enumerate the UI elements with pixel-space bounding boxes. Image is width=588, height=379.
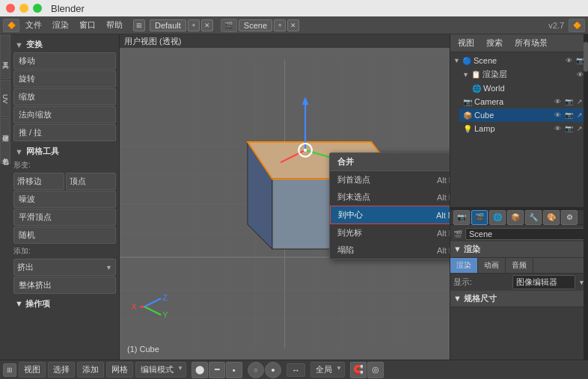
- menu-file[interactable]: 文件: [21, 18, 46, 32]
- viewport[interactable]: 用户视图 (透视): [120, 34, 450, 360]
- display-row: 显示: 图像编辑器 ▼: [450, 274, 588, 291]
- proportional-btn[interactable]: ◎: [367, 362, 384, 378]
- extrude-row: 挤出 ▼: [13, 259, 116, 276]
- tab-view[interactable]: 视图: [453, 36, 479, 50]
- outliner-renderlayer-item[interactable]: ▼ 📋 渲染层 👁: [459, 67, 588, 81]
- shape-label: 形变:: [13, 160, 31, 170]
- extrude-all-btn[interactable]: 整体挤出: [13, 277, 116, 294]
- render-section-header[interactable]: ▼ 渲染: [450, 241, 588, 258]
- ops-section-header[interactable]: ▼ 操作项: [10, 297, 119, 311]
- move-btn[interactable]: 移动: [13, 52, 116, 70]
- add-scene-btn[interactable]: +: [274, 19, 286, 31]
- merge-first-item[interactable]: 到首选点 Alt M: [330, 171, 450, 188]
- viewport-header: 用户视图 (透视): [120, 34, 450, 48]
- side-tab-tools[interactable]: 工具: [0, 34, 10, 79]
- scene-icon-label: 🎬: [453, 230, 462, 238]
- close-btn[interactable]: [6, 4, 15, 13]
- merge-last-item[interactable]: 到末选点 Alt M: [330, 188, 450, 206]
- menu-help[interactable]: 帮助: [102, 18, 127, 32]
- side-tab-create[interactable]: 创建: [0, 118, 10, 141]
- cube-visible-btn[interactable]: 👁: [552, 111, 563, 120]
- merge-cursor-item[interactable]: 到光标 Alt M: [330, 224, 450, 241]
- extrude-btn[interactable]: 挤出 ▼: [13, 259, 116, 276]
- viewport-canvas[interactable]: Z Y X (1) Cube 合并 到首选点 Alt M 到末选点 Alt: [120, 48, 450, 360]
- outliner-scene-item[interactable]: ▼ 🔵 Scene 👁 📷: [450, 54, 588, 67]
- snap-btn[interactable]: 🧲: [350, 362, 367, 378]
- merge-center-item[interactable]: 到中心 Alt M: [330, 206, 450, 224]
- props-icon-scene[interactable]: 🎬: [471, 210, 488, 225]
- smooth-vertex-btn[interactable]: 平滑顶点: [13, 209, 116, 226]
- props-icon-material[interactable]: 🎨: [543, 210, 560, 225]
- scene-name-value[interactable]: Scene: [465, 228, 585, 240]
- outliner-lamp-item[interactable]: 💡 Lamp 👁 📷 ↗: [459, 122, 588, 135]
- global-local-dropdown[interactable]: 全局 ▼: [310, 362, 345, 378]
- menu-window[interactable]: 窗口: [75, 18, 100, 32]
- minimize-btn[interactable]: [19, 4, 28, 13]
- props-icon-render[interactable]: 📷: [453, 210, 470, 225]
- rotate-btn[interactable]: 旋转: [13, 70, 116, 87]
- world-name: World: [483, 84, 585, 93]
- scene-selector[interactable]: Scene: [239, 19, 272, 31]
- edge-mode-btn[interactable]: ━: [209, 362, 225, 378]
- svg-text:Z: Z: [162, 292, 168, 301]
- bottom-add-btn[interactable]: 添加: [77, 362, 104, 378]
- merge-collapse-item[interactable]: 塌陷 Alt M: [330, 241, 450, 259]
- scene-icon: 🎬: [221, 19, 237, 32]
- noise-btn[interactable]: 噪波: [13, 191, 116, 208]
- workspace-selector[interactable]: Default: [150, 19, 186, 31]
- side-tab-uv[interactable]: UV: [0, 80, 10, 117]
- outliner-camera-item[interactable]: 📷 Camera 👁 📷 ↗: [459, 95, 588, 108]
- transform-section-header[interactable]: ▼ 变换: [10, 37, 119, 52]
- tab-audio[interactable]: 音频: [506, 258, 533, 273]
- side-tab-shading[interactable]: 着色: [0, 141, 10, 164]
- bottom-select-btn[interactable]: 选择: [48, 362, 75, 378]
- scene-name: Scene: [474, 56, 562, 65]
- outliner-cube-item[interactable]: 📦 Cube 👁 📷 ↗: [459, 108, 588, 122]
- props-icon-mesh[interactable]: 🔧: [525, 210, 542, 225]
- vertex-mode-btn[interactable]: ⬤: [192, 362, 208, 378]
- bottom-view-btn[interactable]: 视图: [19, 362, 46, 378]
- slide-edge-btn[interactable]: 滑移边: [13, 173, 64, 190]
- layout-icon[interactable]: ⊞: [133, 19, 145, 31]
- scale-btn[interactable]: 缩放: [13, 88, 116, 105]
- cube-render-btn[interactable]: 📷: [563, 111, 574, 120]
- camera-visible-btn[interactable]: 👁: [552, 97, 563, 106]
- render-tabs: 渲染 动画 音频: [450, 258, 588, 274]
- tab-search[interactable]: 搜索: [482, 36, 507, 50]
- random-btn[interactable]: 随机: [13, 227, 116, 244]
- merge-last-label: 到末选点: [337, 191, 370, 203]
- menu-render[interactable]: 渲染: [48, 18, 73, 32]
- outliner-world-item[interactable]: 🌐 World: [468, 81, 588, 95]
- add-workspace-btn[interactable]: +: [188, 19, 200, 31]
- lamp-visible-btn[interactable]: 👁: [552, 124, 563, 133]
- props-icon-particle[interactable]: ⚙: [561, 210, 578, 225]
- close-scene-btn[interactable]: ✕: [287, 19, 299, 31]
- lamp-render-btn[interactable]: 📷: [563, 124, 574, 133]
- vertex-btn[interactable]: 顶点: [66, 173, 117, 190]
- tab-render[interactable]: 渲染: [450, 258, 478, 273]
- display-value[interactable]: 图像编辑器: [512, 275, 576, 289]
- edit-mode-dropdown[interactable]: 编辑模式 ▼: [135, 362, 186, 378]
- tab-all-scenes[interactable]: 所有场景: [510, 36, 552, 50]
- push-pull-btn[interactable]: 推 / 拉: [13, 124, 116, 141]
- tab-animation[interactable]: 动画: [478, 258, 506, 273]
- cube-label: (1) Cube: [127, 345, 159, 354]
- scene-visible-btn[interactable]: 👁: [563, 56, 574, 65]
- mesh-tools-section-header[interactable]: ▼ 网格工具: [10, 144, 119, 158]
- props-icon-world[interactable]: 🌐: [489, 210, 506, 225]
- lamp-controls: 👁 📷 ↗: [552, 124, 585, 133]
- merge-last-shortcut: Alt M: [437, 193, 450, 202]
- wire-shade-btn[interactable]: ○: [248, 362, 264, 378]
- camera-controls: 👁 📷 ↗: [552, 97, 585, 106]
- face-mode-btn[interactable]: ▪: [226, 362, 242, 378]
- dimensions-section-header[interactable]: ▼ 规格尺寸: [450, 291, 588, 307]
- scale-normal-btn[interactable]: 法向缩放: [13, 106, 116, 123]
- bottom-mesh-btn[interactable]: 网格: [106, 362, 133, 378]
- close-workspace-btn[interactable]: ✕: [201, 19, 213, 31]
- blender-icon[interactable]: 🔶: [3, 19, 19, 32]
- props-icon-object[interactable]: 📦: [507, 210, 524, 225]
- maximize-btn[interactable]: [33, 4, 42, 13]
- pivot-btn[interactable]: ↔: [287, 363, 305, 377]
- solid-shade-btn[interactable]: ●: [265, 362, 281, 378]
- camera-render-btn[interactable]: 📷: [563, 97, 574, 106]
